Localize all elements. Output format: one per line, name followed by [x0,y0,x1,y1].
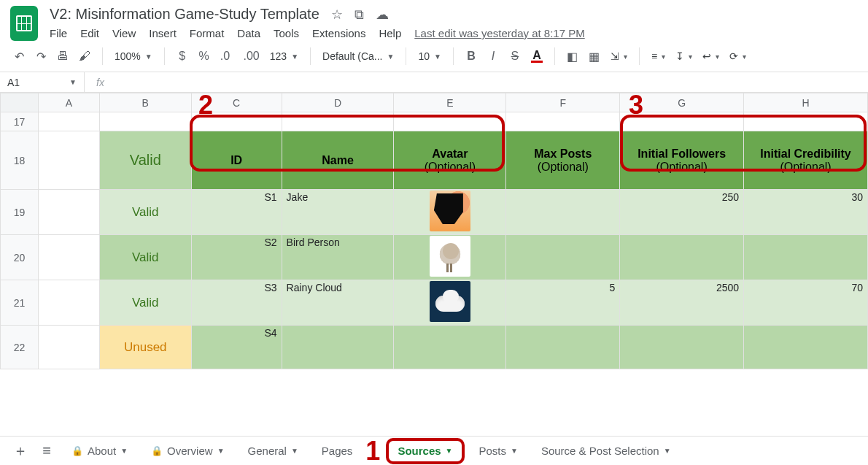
row-header[interactable]: 22 [1,326,39,369]
sheet-tab-general[interactable]: General▼ [239,437,307,466]
cell[interactable] [99,112,191,131]
cell-credibility[interactable]: 70 [744,280,868,326]
col-header-E[interactable]: E [394,93,506,112]
cell[interactable] [620,112,744,131]
row-header[interactable]: 17 [1,112,39,131]
cell-id[interactable]: S1 [191,190,282,235]
cell[interactable] [744,112,868,131]
cell[interactable] [38,235,99,280]
cell[interactable] [282,112,394,131]
sheet-tab-selection[interactable]: Source & Post Selection▼ [532,437,680,466]
all-sheets-icon[interactable]: ≡ [36,442,57,459]
name-box[interactable]: A1 ▼ [0,72,85,92]
cell-avatar[interactable] [394,235,506,280]
header-avatar[interactable]: Avatar(Optional) [394,131,506,190]
font-size-dropdown[interactable]: 10▼ [415,50,443,62]
cell-max[interactable]: 5 [506,280,620,326]
menu-insert[interactable]: Insert [149,27,177,39]
cell[interactable] [38,326,99,369]
cell-id[interactable]: S4 [191,326,282,369]
cell-avatar[interactable] [394,326,506,369]
menu-data[interactable]: Data [237,27,260,39]
currency-icon[interactable]: $ [174,47,191,66]
cell-followers[interactable] [620,326,744,369]
cell-name[interactable]: Jake [282,190,394,235]
cell-followers[interactable]: 2500 [620,280,744,326]
cell-credibility[interactable] [744,235,868,280]
row-header[interactable]: 18 [1,131,39,190]
header-id[interactable]: ID [191,131,282,190]
doc-title[interactable]: V2: Misinformation Game-Study Template [50,6,319,23]
cell-credibility[interactable] [744,326,868,369]
header-max-posts[interactable]: Max Posts(Optional) [506,131,620,190]
sheets-logo[interactable] [10,6,38,41]
cell-name[interactable]: Rainy Cloud [282,280,394,326]
cell[interactable] [38,280,99,326]
cell-max[interactable] [506,235,620,280]
star-icon[interactable]: ☆ [331,8,343,21]
valign-dropdown[interactable]: ↧▾ [673,50,695,62]
dec-decr-icon[interactable]: .0 [217,47,236,66]
cell-max[interactable] [506,326,620,369]
header-initial-credibility[interactable]: Initial Credibility(Optional) [744,131,868,190]
sheet-tab-sources[interactable]: Sources▼ [386,438,464,464]
cell[interactable] [38,112,99,131]
cell-followers[interactable] [620,235,744,280]
strike-button[interactable]: S [506,47,524,66]
bold-button[interactable]: B [462,47,480,66]
cell-name[interactable] [282,326,394,369]
col-header-C[interactable]: C [191,93,282,112]
row-header[interactable]: 20 [1,235,39,280]
cell-followers[interactable]: 250 [620,190,744,235]
halign-dropdown[interactable]: ≡▾ [648,50,668,62]
menu-view[interactable]: View [112,27,136,39]
cell-avatar[interactable] [394,190,506,235]
cell[interactable] [506,112,620,131]
undo-icon[interactable]: ↶ [10,47,28,66]
col-header-G[interactable]: G [620,93,744,112]
last-edit-link[interactable]: Last edit was yesterday at 8:17 PM [414,27,584,39]
menu-tools[interactable]: Tools [274,27,299,39]
cell[interactable] [38,131,99,190]
fill-color-icon[interactable]: ◧ [564,47,581,66]
rotate-dropdown[interactable]: ⟳▾ [726,50,749,62]
spreadsheet-grid[interactable]: A B C D E F G H 17 18 Valid ID Name Avat… [0,93,868,369]
select-all-corner[interactable] [1,93,39,112]
cell-avatar[interactable] [394,280,506,326]
cell-id[interactable]: S2 [191,235,282,280]
menu-edit[interactable]: Edit [80,27,99,39]
paint-format-icon[interactable]: 🖌 [76,47,93,66]
sheet-tab-pages[interactable]: Pages [313,437,362,466]
print-icon[interactable]: 🖶 [54,47,71,66]
cell[interactable] [394,112,506,131]
move-icon[interactable]: ⧉ [354,8,364,21]
row-header[interactable]: 19 [1,190,39,235]
add-sheet-icon[interactable]: ＋ [10,441,31,461]
merge-dropdown[interactable]: ⇲▾ [608,50,630,62]
row-header[interactable]: 21 [1,280,39,326]
col-header-F[interactable]: F [506,93,620,112]
cell-status[interactable]: Valid [99,190,191,235]
cell-status[interactable]: Valid [99,280,191,326]
col-header-B[interactable]: B [99,93,191,112]
zoom-dropdown[interactable]: 100%▼ [112,50,155,62]
cell-status[interactable]: Valid [99,235,191,280]
italic-button[interactable]: I [484,47,502,66]
menu-file[interactable]: File [50,27,67,39]
cell-credibility[interactable]: 30 [744,190,868,235]
cell-name[interactable]: Bird Person [282,235,394,280]
redo-icon[interactable]: ↷ [32,47,50,66]
menu-help[interactable]: Help [379,27,401,39]
more-formats-dropdown[interactable]: 123▼ [267,50,301,62]
header-valid[interactable]: Valid [99,131,191,190]
text-color-button[interactable]: A [528,47,546,66]
menu-format[interactable]: Format [190,27,225,39]
percent-icon[interactable]: % [195,47,213,66]
font-dropdown[interactable]: Default (Ca...▼ [319,50,397,62]
header-name[interactable]: Name [282,131,394,190]
cell-id[interactable]: S3 [191,280,282,326]
header-initial-followers[interactable]: Initial Followers(Optional) [620,131,744,190]
cell[interactable] [38,190,99,235]
borders-icon[interactable]: ▦ [586,47,603,66]
sheet-tab-posts[interactable]: Posts▼ [470,437,527,466]
